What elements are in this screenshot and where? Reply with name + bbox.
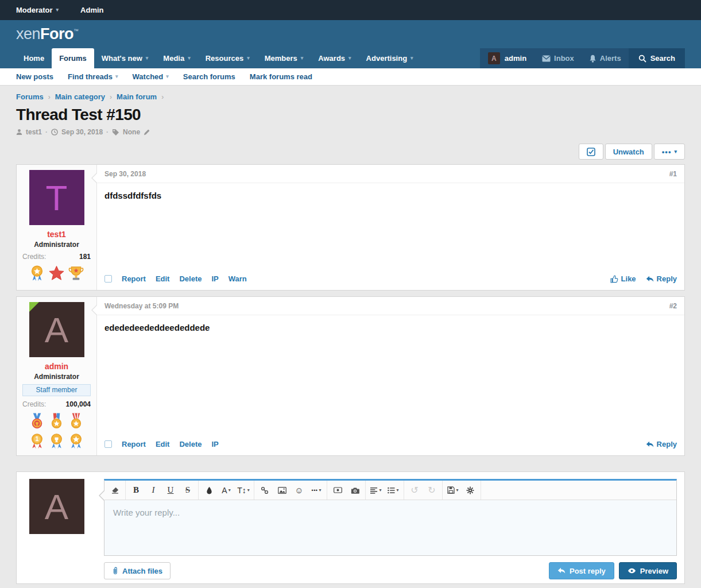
subnav-new-posts[interactable]: New posts: [16, 72, 53, 81]
italic-button[interactable]: I: [145, 483, 162, 498]
award-medal-icon: [29, 412, 45, 430]
ip-link[interactable]: IP: [211, 440, 218, 448]
tab-home[interactable]: Home: [16, 48, 52, 68]
remove-format-button[interactable]: [106, 483, 123, 498]
account-menu[interactable]: A admin: [480, 48, 535, 68]
unwatch-button[interactable]: Unwatch: [605, 144, 652, 160]
avatar[interactable]: A: [29, 479, 84, 534]
edit-link[interactable]: Edit: [156, 274, 170, 283]
rich-text-editor: B I U S A▾ T↕▾ ☺ •••▾: [104, 479, 677, 556]
tab-forums[interactable]: Forums: [52, 48, 94, 68]
post-date-link[interactable]: Sep 30, 2018: [104, 170, 146, 178]
tab-whats-new[interactable]: What's new▾: [94, 48, 156, 68]
award-medal-icon: [68, 432, 84, 450]
avatar[interactable]: T: [29, 170, 84, 225]
bold-button[interactable]: B: [127, 483, 145, 498]
reply-actions: Attach files Post reply Preview: [104, 562, 677, 579]
subnav-watched[interactable]: Watched▾: [133, 72, 169, 81]
delete-link[interactable]: Delete: [179, 274, 202, 283]
search-button[interactable]: Search: [629, 48, 685, 68]
text-color-button[interactable]: [200, 483, 218, 498]
chevron-down-icon: ▾: [56, 7, 59, 13]
svg-text:1: 1: [36, 436, 39, 442]
underline-button[interactable]: U: [162, 483, 179, 498]
thumbs-up-icon: [610, 275, 618, 283]
select-post-checkbox[interactable]: [104, 275, 112, 283]
pencil-icon[interactable]: [144, 129, 150, 136]
tab-advertising[interactable]: Advertising▾: [359, 48, 421, 68]
chevron-down-icon: ▾: [348, 56, 351, 61]
admin-menu-link[interactable]: Admin: [80, 6, 103, 14]
attach-files-button[interactable]: Attach files: [104, 562, 171, 579]
drafts-button[interactable]: ▾: [444, 483, 462, 498]
editor-settings-button[interactable]: [462, 483, 479, 498]
report-link[interactable]: Report: [122, 274, 146, 283]
chevron-down-icon: ▾: [396, 488, 398, 493]
post-date-link[interactable]: Wednesday at 5:09 PM: [104, 302, 179, 310]
gallery-upload-button[interactable]: [346, 483, 363, 498]
alignment-button[interactable]: ▾: [367, 483, 385, 498]
tab-awards[interactable]: Awards▾: [311, 48, 358, 68]
breadcrumb-forums[interactable]: Forums: [16, 92, 44, 101]
username-link[interactable]: admin: [45, 362, 68, 371]
select-all-posts-button[interactable]: [579, 144, 603, 160]
username-link[interactable]: test1: [47, 230, 66, 239]
insert-media-button[interactable]: [329, 483, 346, 498]
gear-icon: [466, 486, 474, 494]
font-size-button[interactable]: T↕▾: [235, 483, 252, 498]
breadcrumb-main-forum[interactable]: Main forum: [117, 92, 157, 101]
post-1-message: Sep 30, 2018 #1 dfdssdfdfsfds Report Edi…: [96, 165, 684, 290]
delete-link[interactable]: Delete: [179, 440, 202, 448]
thread-meta: test1 · Sep 30, 2018 · None: [16, 128, 685, 136]
subnav-mark-forums-read[interactable]: Mark forums read: [250, 72, 312, 81]
tab-media[interactable]: Media▾: [156, 48, 197, 68]
online-indicator: [29, 302, 39, 312]
reply-link[interactable]: Reply: [646, 440, 677, 448]
tab-resources[interactable]: Resources▾: [198, 48, 257, 68]
preview-button[interactable]: Preview: [619, 562, 677, 579]
insert-image-button[interactable]: [273, 483, 291, 498]
reply-textarea[interactable]: [104, 500, 676, 555]
undo-button[interactable]: ↺: [406, 483, 423, 498]
thread-starter[interactable]: test1: [26, 128, 42, 136]
admin-toolbar: Moderator▾ Admin: [0, 0, 701, 20]
report-link[interactable]: Report: [122, 440, 146, 448]
insert-link-button[interactable]: [256, 483, 273, 498]
strikethrough-button[interactable]: S: [179, 483, 196, 498]
xenforo-logo[interactable]: xenForo™: [16, 25, 79, 43]
user-title: Administrator: [34, 373, 79, 381]
editor-more-button[interactable]: •••▾: [308, 483, 325, 498]
like-link[interactable]: Like: [610, 274, 636, 283]
select-post-checkbox[interactable]: [104, 440, 112, 448]
chevron-right-icon: ›: [161, 93, 164, 101]
font-family-button[interactable]: A▾: [218, 483, 235, 498]
chevron-down-icon: ▾: [188, 56, 191, 61]
bullet-list-icon: [388, 487, 395, 494]
avatar[interactable]: A: [29, 302, 84, 357]
post-number-link[interactable]: #2: [669, 302, 677, 310]
breadcrumb-main-category[interactable]: Main category: [55, 92, 105, 101]
alerts-link[interactable]: Alerts: [582, 48, 629, 68]
subnav-find-threads[interactable]: Find threads▾: [68, 72, 118, 81]
ip-link[interactable]: IP: [211, 274, 218, 283]
post-reply-button[interactable]: Post reply: [549, 562, 614, 579]
reply-link[interactable]: Reply: [646, 274, 677, 283]
sub-navigation: New posts Find threads▾ Watched▾ Search …: [0, 68, 701, 86]
insert-smilie-button[interactable]: ☺: [291, 483, 308, 498]
chevron-down-icon: ▾: [247, 488, 250, 493]
tab-members[interactable]: Members▾: [257, 48, 311, 68]
edit-link[interactable]: Edit: [156, 440, 170, 448]
ellipsis-icon: •••: [312, 488, 318, 493]
staff-member-banner: Staff member: [22, 384, 91, 396]
warn-link[interactable]: Warn: [228, 274, 247, 283]
redo-button[interactable]: ↻: [423, 483, 440, 498]
thread-more-button[interactable]: ••• ▾: [654, 144, 685, 160]
post-number-link[interactable]: #1: [669, 170, 677, 178]
list-button[interactable]: ▾: [385, 483, 402, 498]
thread-date[interactable]: Sep 30, 2018: [61, 128, 103, 136]
moderator-menu[interactable]: Moderator▾: [16, 6, 59, 14]
avatar: A: [488, 52, 500, 64]
inbox-link[interactable]: Inbox: [535, 48, 582, 68]
award-trophy-icon: [68, 265, 84, 282]
subnav-search-forums[interactable]: Search forums: [183, 72, 235, 81]
